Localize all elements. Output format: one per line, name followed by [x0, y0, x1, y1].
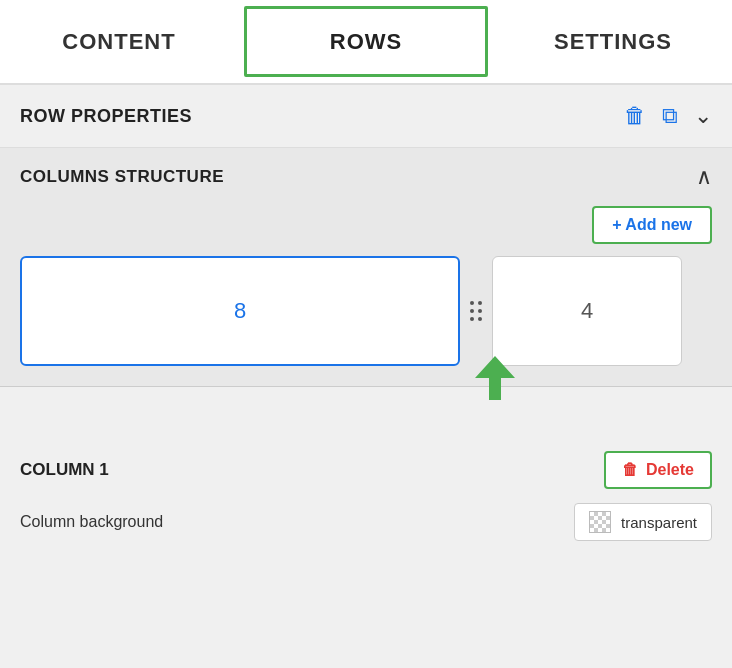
drag-dot: [478, 317, 482, 321]
column-bg-row: Column background transparent: [20, 503, 712, 541]
add-new-container: + Add new: [20, 206, 712, 244]
column-card-1[interactable]: 8: [20, 256, 460, 366]
column-info-section: COLUMN 1 🗑 Delete Column background tran…: [0, 435, 732, 557]
drag-dot: [470, 317, 474, 321]
delete-row-icon[interactable]: 🗑: [624, 103, 646, 129]
drag-dot: [478, 309, 482, 313]
delete-column-button[interactable]: 🗑 Delete: [604, 451, 712, 489]
drag-dot: [470, 309, 474, 313]
svg-marker-0: [475, 356, 515, 400]
add-new-button[interactable]: + Add new: [592, 206, 712, 244]
column-card-2[interactable]: 4: [492, 256, 682, 366]
drag-dot: [470, 301, 474, 305]
columns-cards: 8 4: [20, 256, 712, 366]
delete-label: Delete: [646, 461, 694, 479]
chevron-down-icon[interactable]: ⌄: [694, 103, 712, 129]
row-properties-header: ROW PROPERTIES 🗑 ⧉ ⌄: [0, 85, 732, 148]
drag-dots: [470, 301, 482, 321]
chevron-up-icon[interactable]: ∧: [696, 164, 712, 190]
column-bg-label: Column background: [20, 513, 163, 531]
columns-structure-title: COLUMNS STRUCTURE: [20, 167, 224, 187]
drag-handle[interactable]: [460, 301, 492, 321]
column-bg-value[interactable]: transparent: [574, 503, 712, 541]
drag-dot: [478, 301, 482, 305]
bg-value-text: transparent: [621, 514, 697, 531]
column-2-value: 4: [581, 298, 593, 324]
tab-content[interactable]: CONTENT: [0, 0, 238, 83]
tab-settings[interactable]: SETTINGS: [494, 0, 732, 83]
row-properties-actions: 🗑 ⧉ ⌄: [624, 103, 712, 129]
column-1-title: COLUMN 1: [20, 460, 109, 480]
columns-structure-header: COLUMNS STRUCTURE ∧: [20, 164, 712, 190]
green-arrow: [475, 356, 515, 400]
column-1-value: 8: [234, 298, 246, 324]
tab-bar: CONTENT ROWS SETTINGS: [0, 0, 732, 85]
column-section-row: COLUMN 1 🗑 Delete: [20, 451, 712, 489]
copy-row-icon[interactable]: ⧉: [662, 103, 678, 129]
row-properties-title: ROW PROPERTIES: [20, 106, 192, 127]
delete-icon: 🗑: [622, 461, 638, 479]
tab-rows[interactable]: ROWS: [244, 6, 488, 77]
columns-structure-section: COLUMNS STRUCTURE ∧ + Add new 8 4: [0, 148, 732, 387]
checkered-preview: [589, 511, 611, 533]
